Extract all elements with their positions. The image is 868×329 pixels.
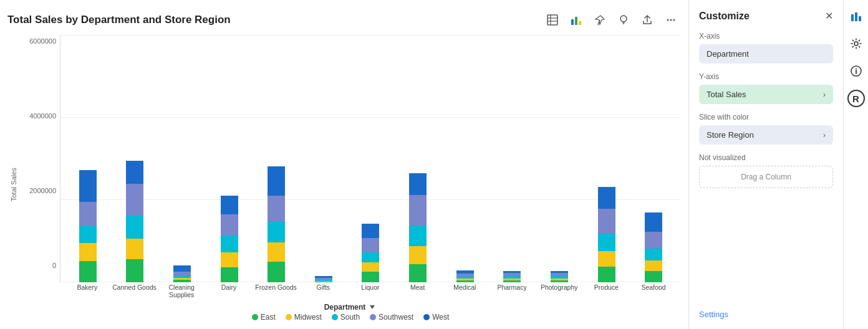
bar-segment xyxy=(456,280,474,282)
legend-item: East xyxy=(252,313,276,322)
insight-button[interactable] xyxy=(614,10,634,30)
bar-segment xyxy=(126,239,143,259)
stacked-bar[interactable] xyxy=(79,170,97,282)
legend-item: Midwest xyxy=(286,313,322,322)
y-tick-0: 0 xyxy=(52,262,56,269)
legend-color-dot xyxy=(423,314,430,320)
bar-segment xyxy=(362,252,379,262)
bar-segment xyxy=(221,236,238,252)
stacked-bar[interactable] xyxy=(645,212,662,282)
legend-label: West xyxy=(432,313,449,322)
more-button[interactable] xyxy=(661,10,681,30)
stacked-bar[interactable] xyxy=(362,224,379,282)
close-button[interactable]: ✕ xyxy=(825,10,833,22)
settings-gear-icon[interactable] xyxy=(847,35,865,52)
stacked-bar[interactable] xyxy=(551,271,568,282)
share-button[interactable] xyxy=(637,10,657,30)
xaxis-dropdown[interactable]: Department xyxy=(699,44,833,64)
table-view-button[interactable] xyxy=(542,10,562,30)
chevron-right-icon-2: › xyxy=(823,131,826,140)
bar-segment xyxy=(126,259,143,282)
x-label: Liquor xyxy=(348,284,393,299)
stacked-bar[interactable] xyxy=(409,173,427,282)
not-visualized-label: Not visualized xyxy=(699,153,833,162)
info-icon[interactable] xyxy=(847,62,865,80)
toolbar xyxy=(542,10,681,30)
legend-items: EastMidwestSouthSouthwestWest xyxy=(20,313,681,322)
bar-segment xyxy=(503,280,521,282)
drag-column-box[interactable]: Drag a Column xyxy=(699,166,833,188)
bar-segment xyxy=(79,226,97,243)
bars-row xyxy=(60,35,681,282)
y-axis-and-bars: 6000000 4000000 2000000 0 xyxy=(20,35,681,299)
stacked-bar[interactable] xyxy=(268,166,285,282)
y-tick-2m: 2000000 xyxy=(29,187,56,194)
bar-segment xyxy=(598,267,615,282)
dropdown-arrow-icon xyxy=(368,303,377,312)
stacked-bar[interactable] xyxy=(315,276,332,282)
bar-group xyxy=(207,196,252,282)
bar-segment xyxy=(645,249,662,260)
stacked-bar[interactable] xyxy=(221,196,238,282)
stacked-bar[interactable] xyxy=(173,265,191,282)
svg-marker-13 xyxy=(370,305,375,309)
x-label: Bakery xyxy=(65,284,110,299)
bar-segment xyxy=(79,170,97,202)
stacked-bar[interactable] xyxy=(503,271,521,282)
bar-segment xyxy=(221,196,238,214)
bar-segment xyxy=(268,166,285,196)
bar-segment xyxy=(645,232,662,249)
stacked-bar[interactable] xyxy=(456,270,474,282)
bar-group xyxy=(537,271,582,282)
legend-color-dot xyxy=(286,314,292,320)
chart-view-button[interactable] xyxy=(566,10,586,30)
yaxis-dropdown[interactable]: Total Sales › xyxy=(699,85,833,104)
x-label: Photography xyxy=(537,284,582,299)
bar-segment xyxy=(409,246,427,264)
x-label: Frozen Goods xyxy=(254,284,299,299)
bar-segment xyxy=(362,224,379,238)
svg-point-12 xyxy=(673,19,675,21)
pin-button[interactable] xyxy=(590,10,610,30)
legend-section: Department EastMidwestSouthSouthwestWest xyxy=(20,303,681,322)
svg-point-10 xyxy=(667,19,669,21)
y-tick-6m: 6000000 xyxy=(29,37,56,45)
x-label: Meat xyxy=(395,284,440,299)
xaxis-label: X-axis xyxy=(699,32,833,41)
bar-segment xyxy=(645,212,662,232)
legend-label: Southwest xyxy=(379,313,413,322)
y-tick-4m: 4000000 xyxy=(29,112,56,120)
x-label: Produce xyxy=(584,284,629,299)
bar-segment xyxy=(362,238,379,252)
settings-link[interactable]: Settings xyxy=(699,310,833,319)
y-axis: 6000000 4000000 2000000 0 xyxy=(20,35,60,299)
x-label: Canned Goods xyxy=(112,284,157,299)
stacked-bar[interactable] xyxy=(598,187,615,282)
slice-dropdown[interactable]: Store Region › xyxy=(699,125,833,145)
legend-color-dot xyxy=(252,314,258,320)
bars-container: BakeryCanned GoodsCleaning SuppliesDairy… xyxy=(60,35,681,299)
svg-rect-16 xyxy=(859,16,861,21)
bar-segment xyxy=(598,234,615,251)
bar-group xyxy=(443,270,488,282)
r-icon[interactable]: R xyxy=(847,90,865,107)
bar-chart-icon[interactable] xyxy=(847,7,865,25)
bar-group xyxy=(113,161,158,282)
bars-area xyxy=(60,35,681,282)
bar-segment xyxy=(409,173,427,195)
legend-item: Southwest xyxy=(370,313,413,322)
chevron-right-icon: › xyxy=(823,90,826,99)
chart-inner: 6000000 4000000 2000000 0 xyxy=(20,35,681,322)
chart-with-axes: Total Sales 6000000 4000000 2000000 0 xyxy=(7,35,681,322)
legend-color-dot xyxy=(332,314,338,320)
slice-label: Slice with color xyxy=(699,113,833,122)
bar-segment xyxy=(221,267,238,282)
bar-segment xyxy=(126,184,143,216)
x-label: Seafood xyxy=(631,284,676,299)
bar-segment xyxy=(645,271,662,282)
bar-segment xyxy=(362,262,379,272)
bar-segment xyxy=(268,262,285,282)
stacked-bar[interactable] xyxy=(126,161,143,282)
yaxis-section: Y-axis Total Sales › xyxy=(699,72,833,104)
right-icon-bar: R xyxy=(843,0,868,329)
